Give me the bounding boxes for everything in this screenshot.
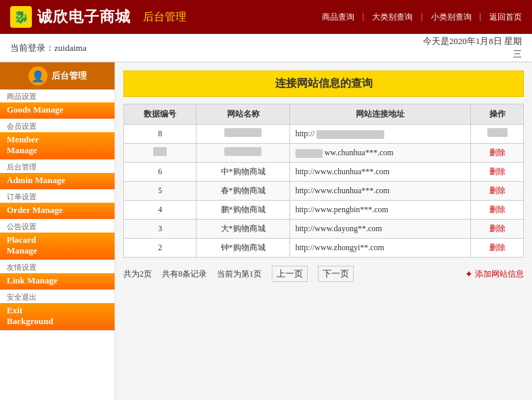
row-action[interactable]: 删除 <box>471 220 524 239</box>
row-url: http://www.zhongyi**.com <box>289 239 471 258</box>
add-website-link[interactable]: ✦ 添加网站信息 <box>465 268 524 280</box>
table-row: ww.chunhua***.com 删除 <box>124 144 524 163</box>
nav-home[interactable]: 返回首页 <box>489 12 522 23</box>
row-url: http://www.pengbin***.com <box>289 201 471 220</box>
sidebar-link-admin-manage[interactable]: Admin Manage <box>0 173 115 189</box>
main-layout: 👤 后台管理 商品设置 Goods Manage 会员设置 MemberMana… <box>0 62 532 400</box>
row-name <box>197 144 289 163</box>
content-area: 连接网站信息的查询 数据编号 网站名称 网站连接地址 操作 8 http:// <box>115 62 532 400</box>
row-id: 5 <box>124 182 197 201</box>
sidebar-link-member-manage[interactable]: MemberManage <box>0 132 115 159</box>
sidebar-section-placard: 公告设置 <box>0 220 115 233</box>
row-url: http://www.dayong**.com <box>289 220 471 239</box>
row-action[interactable]: 删除 <box>471 182 524 201</box>
row-url: http://www.chunhua***.com <box>289 182 471 201</box>
pagination: 共为2页 共有8条记录 当前为第1页 上一页 下一页 ✦ 添加网站信息 <box>123 266 524 282</box>
sidebar-item-order: 订单设置 Order Manage <box>0 190 115 220</box>
sidebar-link-link-manage[interactable]: Link Manage <box>0 273 115 289</box>
current-page: 当前为第1页 <box>217 268 262 280</box>
header-nav: 商品查询 | 大类别查询 | 小类别查询 | 返回首页 <box>322 12 522 23</box>
sidebar-item-placard: 公告设置 PlacardManage <box>0 220 115 260</box>
row-name: 中*购物商城 <box>197 163 289 182</box>
sidebar-section-member: 会员设置 <box>0 119 115 132</box>
date-info: 今天是2020年1月8日 星期 三 <box>423 35 522 60</box>
row-action <box>471 125 524 144</box>
table-row: 6 中*购物商城 http://www.chunhua***.com 删除 <box>124 163 524 182</box>
add-label: 添加网站信息 <box>475 268 524 280</box>
sidebar-avatar: 👤 <box>28 66 47 85</box>
sidebar-item-admin: 后台管理 Admin Manage <box>0 160 115 190</box>
nav-subcat-query[interactable]: 小类别查询 <box>431 12 472 23</box>
row-action[interactable]: 删除 <box>471 163 524 182</box>
row-name: 钟*购物商城 <box>197 239 289 258</box>
total-pages: 共为2页 <box>123 268 152 280</box>
logo-icon: 🐉 <box>10 6 32 28</box>
row-name: 鹏*购物商城 <box>197 201 289 220</box>
sidebar-link-placard-manage[interactable]: PlacardManage <box>0 233 115 260</box>
row-name <box>197 125 289 144</box>
sub-header: 当前登录：zuidaima 今天是2020年1月8日 星期 三 <box>0 34 532 62</box>
sidebar-item-goods: 商品设置 Goods Manage <box>0 89 115 119</box>
col-url: 网站连接地址 <box>289 104 471 125</box>
col-name: 网站名称 <box>197 104 289 125</box>
table-row: 4 鹏*购物商城 http://www.pengbin***.com 删除 <box>124 201 524 220</box>
page-title: 连接网站信息的查询 <box>123 71 524 97</box>
site-title: 诚欣电子商城 <box>37 7 131 27</box>
prev-page-button[interactable]: 上一页 <box>272 266 308 282</box>
row-id: 2 <box>124 239 197 258</box>
sidebar-link-order-manage[interactable]: Order Manage <box>0 203 115 219</box>
nav-goods-query[interactable]: 商品查询 <box>322 12 354 23</box>
row-id: 6 <box>124 163 197 182</box>
date-line2: 三 <box>513 49 522 59</box>
row-action[interactable]: 删除 <box>471 239 524 258</box>
sidebar-header: 👤 后台管理 <box>0 62 115 89</box>
sidebar-link-goods-manage[interactable]: Goods Manage <box>0 102 115 119</box>
data-table: 数据编号 网站名称 网站连接地址 操作 8 http:// <box>123 104 524 258</box>
sidebar-link-exit[interactable]: ExitBackground <box>0 303 115 330</box>
admin-label: 后台管理 <box>143 10 186 24</box>
row-name: 春*购物商城 <box>197 182 289 201</box>
row-id: 3 <box>124 220 197 239</box>
table-row: 3 大*购物商城 http://www.dayong**.com 删除 <box>124 220 524 239</box>
total-records: 共有8条记录 <box>162 268 207 280</box>
row-id: 8 <box>124 125 197 144</box>
sidebar-item-member: 会员设置 MemberManage <box>0 119 115 160</box>
table-row: 5 春*购物商城 http://www.chunhua***.com 删除 <box>124 182 524 201</box>
col-id: 数据编号 <box>124 104 197 125</box>
header: 🐉 诚欣电子商城 后台管理 商品查询 | 大类别查询 | 小类别查询 | 返回首… <box>0 0 532 34</box>
add-star-icon: ✦ <box>465 268 473 280</box>
next-page-button[interactable]: 下一页 <box>318 266 354 282</box>
sidebar: 👤 后台管理 商品设置 Goods Manage 会员设置 MemberMana… <box>0 62 115 400</box>
date-line1: 今天是2020年1月8日 星期 <box>423 36 522 46</box>
row-url: http:// <box>289 125 471 144</box>
sidebar-item-link: 友情设置 Link Manage <box>0 260 115 290</box>
row-name: 大*购物商城 <box>197 220 289 239</box>
sidebar-item-exit: 安全退出 ExitBackground <box>0 290 115 331</box>
sidebar-section-admin: 后台管理 <box>0 160 115 173</box>
col-action: 操作 <box>471 104 524 125</box>
login-info: 当前登录：zuidaima <box>10 42 87 54</box>
row-url: ww.chunhua***.com <box>289 144 471 163</box>
sidebar-section-exit: 安全退出 <box>0 290 115 303</box>
nav-cat-query[interactable]: 大类别查询 <box>372 12 413 23</box>
row-id: 4 <box>124 201 197 220</box>
row-id <box>124 144 197 163</box>
table-row: 2 钟*购物商城 http://www.zhongyi**.com 删除 <box>124 239 524 258</box>
table-row: 8 http:// <box>124 125 524 144</box>
sidebar-section-link: 友情设置 <box>0 260 115 273</box>
sidebar-section-goods: 商品设置 <box>0 89 115 102</box>
sidebar-section-order: 订单设置 <box>0 190 115 203</box>
row-action[interactable]: 删除 <box>471 144 524 163</box>
logo-area: 🐉 诚欣电子商城 后台管理 <box>10 6 186 28</box>
row-url: http://www.chunhua***.com <box>289 163 471 182</box>
sidebar-admin-label: 后台管理 <box>52 70 87 82</box>
row-action[interactable]: 删除 <box>471 201 524 220</box>
